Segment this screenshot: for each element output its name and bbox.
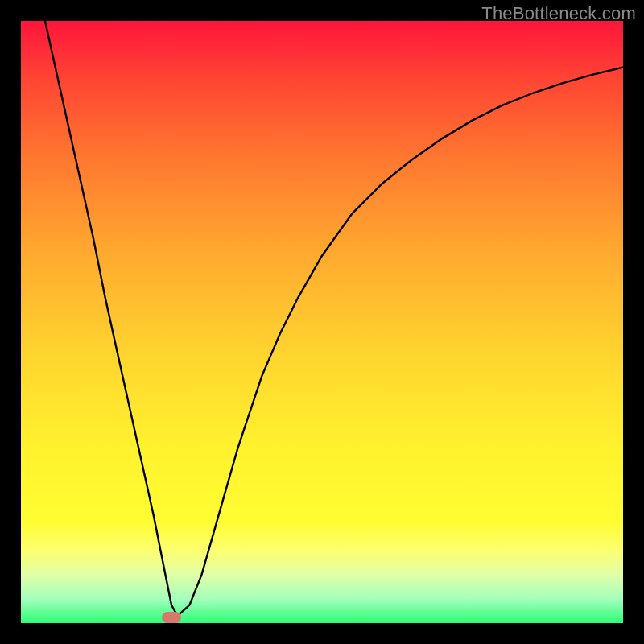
watermark-text: TheBottleneck.com [481, 3, 636, 24]
bottleneck-curve [45, 21, 623, 616]
optimum-marker [162, 612, 181, 623]
chart-container: TheBottleneck.com [0, 0, 644, 644]
plot-area [21, 21, 623, 623]
curve-layer [21, 21, 623, 623]
